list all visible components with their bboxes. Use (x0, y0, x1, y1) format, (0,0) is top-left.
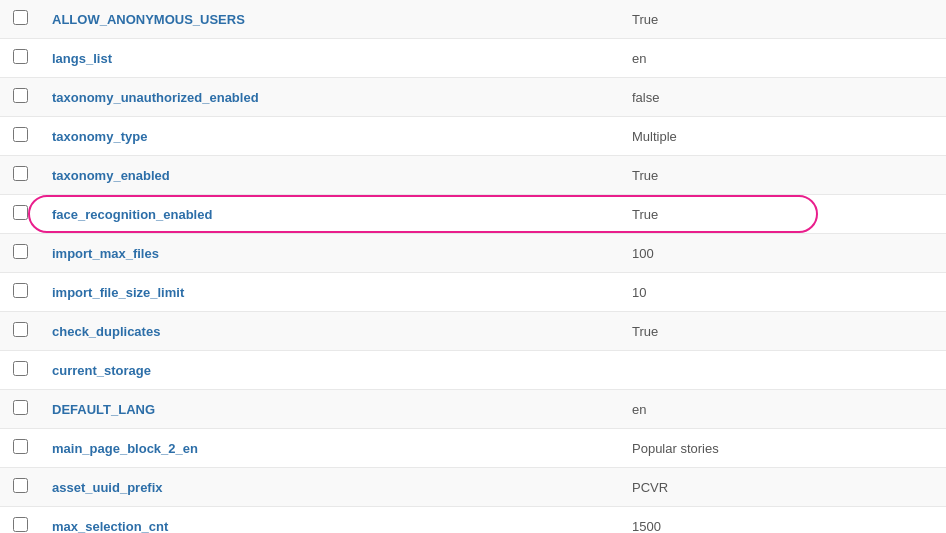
checkbox-row-13[interactable] (13, 478, 28, 493)
row-setting-value: True (620, 195, 946, 234)
row-checkbox-cell (0, 273, 40, 312)
row-setting-name: langs_list (40, 39, 620, 78)
checkbox-row-7[interactable] (13, 244, 28, 259)
row-setting-name: import_file_size_limit (40, 273, 620, 312)
row-checkbox-cell (0, 234, 40, 273)
row-checkbox-cell (0, 468, 40, 507)
row-setting-name: ALLOW_ANONYMOUS_USERS (40, 0, 620, 39)
row-setting-value: 10 (620, 273, 946, 312)
row-checkbox-cell (0, 351, 40, 390)
row-setting-name: DEFAULT_LANG (40, 390, 620, 429)
row-checkbox-cell (0, 312, 40, 351)
row-setting-name: taxonomy_unauthorized_enabled (40, 78, 620, 117)
checkbox-row-11[interactable] (13, 400, 28, 415)
row-setting-name: check_duplicates (40, 312, 620, 351)
checkbox-row-2[interactable] (13, 49, 28, 64)
row-setting-value: True (620, 156, 946, 195)
row-checkbox-cell (0, 195, 40, 234)
row-setting-value: false (620, 78, 946, 117)
row-setting-value: en (620, 39, 946, 78)
settings-table: ALLOW_ANONYMOUS_USERSTruelangs_listentax… (0, 0, 946, 533)
row-checkbox-cell (0, 117, 40, 156)
row-setting-value (620, 351, 946, 390)
row-setting-name: main_page_block_2_en (40, 429, 620, 468)
row-setting-name: current_storage (40, 351, 620, 390)
row-setting-value: 1500 (620, 507, 946, 534)
row-setting-name: asset_uuid_prefix (40, 468, 620, 507)
settings-table-container: ALLOW_ANONYMOUS_USERSTruelangs_listentax… (0, 0, 946, 533)
row-setting-value: Multiple (620, 117, 946, 156)
row-checkbox-cell (0, 429, 40, 468)
checkbox-row-14[interactable] (13, 517, 28, 532)
row-setting-name: max_selection_cnt (40, 507, 620, 534)
checkbox-row-5[interactable] (13, 166, 28, 181)
row-checkbox-cell (0, 0, 40, 39)
row-setting-value: True (620, 0, 946, 39)
checkbox-row-8[interactable] (13, 283, 28, 298)
row-setting-name: taxonomy_type (40, 117, 620, 156)
row-checkbox-cell (0, 39, 40, 78)
row-setting-name: import_max_files (40, 234, 620, 273)
checkbox-row-1[interactable] (13, 10, 28, 25)
checkbox-row-4[interactable] (13, 127, 28, 142)
row-setting-value: PCVR (620, 468, 946, 507)
checkbox-row-6[interactable] (13, 205, 28, 220)
row-setting-value: 100 (620, 234, 946, 273)
checkbox-row-9[interactable] (13, 322, 28, 337)
row-checkbox-cell (0, 507, 40, 534)
row-setting-value: True (620, 312, 946, 351)
row-setting-value: en (620, 390, 946, 429)
checkbox-row-12[interactable] (13, 439, 28, 454)
row-checkbox-cell (0, 156, 40, 195)
row-setting-name: face_recognition_enabled (40, 195, 620, 234)
row-setting-value: Popular stories (620, 429, 946, 468)
row-checkbox-cell (0, 390, 40, 429)
row-checkbox-cell (0, 78, 40, 117)
row-setting-name: taxonomy_enabled (40, 156, 620, 195)
checkbox-row-3[interactable] (13, 88, 28, 103)
checkbox-row-10[interactable] (13, 361, 28, 376)
